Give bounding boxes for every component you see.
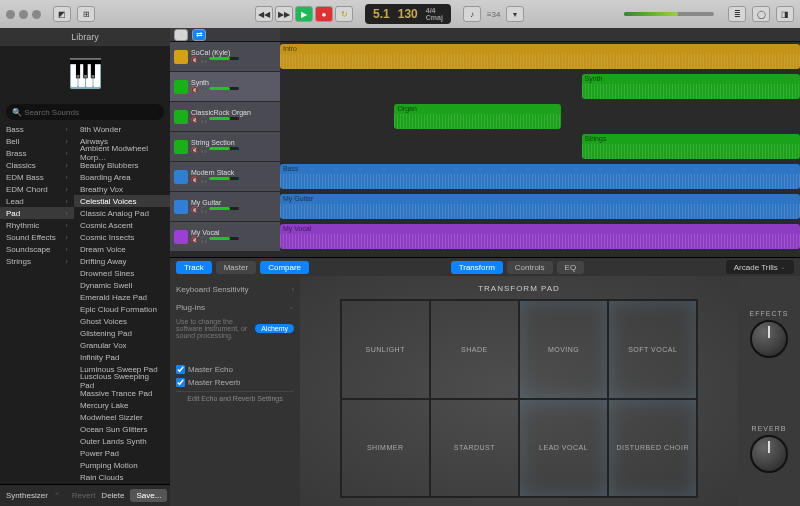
track-lane[interactable]: My Vocal — [280, 222, 800, 251]
transform-cell[interactable]: STARDUST — [430, 399, 519, 498]
solo-button[interactable]: 🎧 — [200, 237, 207, 244]
master-volume-slider[interactable] — [624, 12, 714, 16]
patch-item[interactable]: Cosmic Insects — [74, 231, 170, 243]
footer-category[interactable]: Synthesizer — [6, 491, 48, 500]
track-header[interactable]: Modern Stack🔇🎧 — [170, 162, 280, 191]
track-volume-slider[interactable] — [209, 237, 239, 240]
track-lane[interactable]: Strings — [280, 132, 800, 161]
category-item[interactable]: Bass› — [0, 123, 74, 135]
save-button[interactable]: Save... — [130, 489, 167, 502]
transform-cell[interactable]: LEAD VOCAL — [519, 399, 608, 498]
keyboard-sensitivity-row[interactable]: Keyboard Sensitivity› — [176, 282, 294, 296]
transform-cell[interactable]: SHADE — [430, 300, 519, 399]
ruler[interactable]: + ⇄ — [170, 28, 800, 42]
patch-item[interactable]: Epic Cloud Formation — [74, 303, 170, 315]
mute-button[interactable]: 🔇 — [191, 87, 198, 94]
region[interactable]: Bass — [280, 164, 800, 189]
transform-cell[interactable]: SOFT VOCAL — [608, 300, 697, 399]
patch-item[interactable]: Power Pad — [74, 447, 170, 459]
category-item[interactable]: Lead› — [0, 195, 74, 207]
track-lane[interactable]: Bass — [280, 162, 800, 191]
preset-selector[interactable]: Arcade Trills ⌄ — [726, 260, 794, 274]
editors-button[interactable]: ◨ — [776, 6, 794, 22]
transform-cell[interactable]: SUNLIGHT — [341, 300, 430, 399]
transform-cell[interactable]: MOVING — [519, 300, 608, 399]
tab-master[interactable]: Master — [216, 261, 256, 274]
view-transform[interactable]: Transform — [451, 261, 503, 274]
close-dot[interactable] — [6, 10, 15, 19]
rewind-button[interactable]: ◀◀ — [255, 6, 273, 22]
master-reverb-checkbox[interactable]: Master Reverb — [176, 378, 294, 387]
revert-button[interactable]: Revert — [72, 491, 96, 500]
patch-item[interactable]: Rain Clouds — [74, 471, 170, 483]
track-header[interactable]: My Vocal🔇🎧 — [170, 222, 280, 251]
region[interactable]: Strings — [582, 134, 800, 159]
notepad-button[interactable]: ≣ — [728, 6, 746, 22]
patch-item[interactable]: Modwheel Sizzler — [74, 411, 170, 423]
transform-pad[interactable]: TRANSFORM PAD SUNLIGHTSHADEMOVINGSOFT VO… — [300, 276, 738, 506]
lcd-display[interactable]: 5.1 130 4/4Cmaj — [365, 4, 451, 24]
patch-item[interactable]: Drowned Sines — [74, 267, 170, 279]
track-header[interactable]: SoCal (Kyle)🔇🎧 — [170, 42, 280, 71]
solo-button[interactable]: 🎧 — [200, 207, 207, 214]
region[interactable]: My Vocal — [280, 224, 800, 249]
region[interactable]: My Guitar — [280, 194, 800, 219]
region[interactable]: Organ — [394, 104, 560, 129]
region[interactable]: Intro — [280, 44, 800, 69]
track-volume-slider[interactable] — [209, 87, 239, 90]
category-item[interactable]: Brass› — [0, 147, 74, 159]
view-controls[interactable]: Controls — [507, 261, 553, 274]
mute-button[interactable]: 🔇 — [191, 207, 198, 214]
delete-button[interactable]: Delete — [101, 491, 124, 500]
category-item[interactable]: Soundscape› — [0, 243, 74, 255]
metronome-button[interactable]: ▾ — [506, 6, 524, 22]
quick-help-button[interactable]: ⊞ — [77, 6, 95, 22]
category-item[interactable]: Classics› — [0, 159, 74, 171]
mute-button[interactable]: 🔇 — [191, 237, 198, 244]
tab-track[interactable]: Track — [176, 261, 212, 274]
track-volume-slider[interactable] — [209, 57, 239, 60]
add-track-button[interactable]: + — [174, 29, 188, 41]
category-item[interactable]: EDM Bass› — [0, 171, 74, 183]
mute-button[interactable]: 🔇 — [191, 147, 198, 154]
library-toggle-button[interactable]: ◩ — [53, 6, 71, 22]
view-eq[interactable]: EQ — [557, 261, 585, 274]
transform-cell[interactable]: DISTURBED CHOIR — [608, 399, 697, 498]
track-header[interactable]: Synth🔇🎧 — [170, 72, 280, 101]
patch-item[interactable]: Granular Vox — [74, 339, 170, 351]
track-lane[interactable]: Intro — [280, 42, 800, 71]
mute-button[interactable]: 🔇 — [191, 177, 198, 184]
cycle-button[interactable]: ↻ — [335, 6, 353, 22]
category-item[interactable]: Rhythmic› — [0, 219, 74, 231]
play-button[interactable]: ▶ — [295, 6, 313, 22]
tab-compare[interactable]: Compare — [260, 261, 309, 274]
patch-item[interactable]: 8th Wonder — [74, 123, 170, 135]
patch-item[interactable]: Breathy Vox — [74, 183, 170, 195]
solo-button[interactable]: 🎧 — [200, 177, 207, 184]
patch-item[interactable]: Classic Analog Pad — [74, 207, 170, 219]
category-item[interactable]: Strings› — [0, 255, 74, 267]
patch-item[interactable]: Boarding Area — [74, 171, 170, 183]
patch-item[interactable]: Celestial Voices — [74, 195, 170, 207]
effects-knob[interactable] — [750, 320, 788, 358]
transform-cell[interactable]: SHIMMER — [341, 399, 430, 498]
solo-button[interactable]: 🎧 — [200, 57, 207, 64]
max-dot[interactable] — [32, 10, 41, 19]
patch-item[interactable]: Glistening Pad — [74, 327, 170, 339]
tuner-button[interactable]: ♪ — [463, 6, 481, 22]
patch-item[interactable]: Luscious Sweeping Pad — [74, 375, 170, 387]
edit-echo-reverb-link[interactable]: Edit Echo and Reverb Settings — [176, 391, 294, 405]
track-volume-slider[interactable] — [209, 147, 239, 150]
track-lane[interactable]: Synth — [280, 72, 800, 101]
record-button[interactable]: ● — [315, 6, 333, 22]
forward-button[interactable]: ▶▶ — [275, 6, 293, 22]
patch-item[interactable]: Dynamic Swell — [74, 279, 170, 291]
mute-button[interactable]: 🔇 — [191, 117, 198, 124]
plugins-header[interactable]: Plug-ins⌄ — [176, 300, 294, 314]
min-dot[interactable] — [19, 10, 28, 19]
category-item[interactable]: Bell› — [0, 135, 74, 147]
search-input[interactable]: 🔍 Search Sounds — [6, 104, 164, 120]
track-lane[interactable]: Organ — [280, 102, 800, 131]
track-header-config-button[interactable]: ⇄ — [192, 29, 206, 41]
region[interactable]: Synth — [582, 74, 800, 99]
